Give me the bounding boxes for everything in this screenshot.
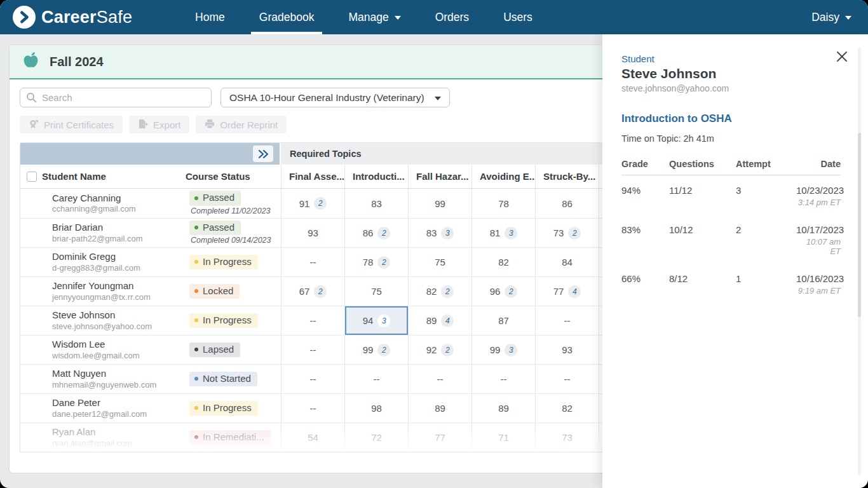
brand-logo[interactable]: CareerSafe [13, 6, 132, 29]
score-cell[interactable]: -- [281, 306, 344, 335]
score-cell[interactable]: -- [535, 306, 599, 335]
score-cell[interactable]: 78 [471, 189, 535, 218]
nav-item-users[interactable]: Users [486, 0, 550, 34]
column-header-topic-4[interactable]: Avoiding E... [471, 165, 535, 188]
attempt-count-badge: 3 [377, 315, 390, 327]
student-cell[interactable]: Wisdom Leewisdom.lee@gmail.com [42, 336, 186, 364]
student-email: briar-path22@gmail.com [52, 234, 186, 244]
score-cell[interactable]: -- [344, 365, 408, 393]
attempt-grade: 83% [621, 224, 669, 256]
attempts-body: 94%11/12310/23/20233:14 pm ET83%10/12210… [621, 175, 841, 303]
student-email: cchanning@gmail.com [52, 204, 186, 214]
status-badge: Passed [189, 220, 241, 236]
score-cell[interactable]: 82 [471, 248, 535, 276]
score-cell[interactable]: 862 [344, 219, 408, 247]
course-dropdown-value: OSHA 10-Hour General Industry (Veterinar… [229, 92, 424, 104]
student-email: d-gregg883@gmail.com [52, 263, 186, 273]
score-cell[interactable]: 75 [408, 248, 471, 276]
column-header-topic-2[interactable]: Introducti... [344, 165, 408, 188]
student-cell[interactable]: Carey Channingcchanning@gmail.com [42, 189, 186, 218]
search-box [20, 88, 212, 107]
score-cell[interactable]: 992 [344, 336, 408, 364]
score-cell[interactable]: 86 [535, 189, 599, 218]
student-cell[interactable]: Steve Johnsonsteve.johnson@yahoo.com [42, 306, 186, 335]
score-cell[interactable]: -- [535, 365, 599, 393]
nav-item-manage[interactable]: Manage [331, 0, 417, 34]
expand-columns-button[interactable] [253, 146, 273, 162]
score-cell[interactable]: 672 [281, 277, 344, 306]
score-cell[interactable]: 75 [344, 277, 408, 306]
student-cell[interactable]: Jennifer Youngmanjennyyoungman@tx.rr.com [42, 277, 186, 306]
student-cell[interactable]: Briar Darianbriar-path22@gmail.com [42, 219, 186, 247]
score-cell[interactable]: -- [408, 365, 471, 393]
printer-icon [205, 119, 215, 131]
score-cell[interactable]: 99 [408, 189, 471, 218]
score-cell[interactable]: 833 [408, 219, 471, 247]
score-cell[interactable]: 922 [408, 336, 471, 364]
export-button[interactable]: Export [129, 116, 189, 133]
user-menu[interactable]: Daisy [811, 11, 851, 24]
score-cell[interactable]: 732 [535, 219, 599, 247]
score-value: 81 [490, 227, 501, 238]
score-value: 89 [426, 315, 437, 326]
score-cell[interactable]: -- [281, 365, 344, 393]
score-cell[interactable]: 83 [344, 189, 408, 218]
score-cell[interactable]: -- [471, 365, 535, 393]
student-cell[interactable]: Matt Nguyenmhnemail@nguyenweb.com [42, 365, 186, 393]
score-cell[interactable]: 77 [408, 423, 471, 452]
score-cell[interactable]: 912 [281, 189, 344, 218]
score-cell[interactable]: 72 [344, 423, 408, 452]
column-header-topic-3[interactable]: Fall Hazar... [408, 165, 471, 188]
score-cell[interactable]: 894 [408, 306, 471, 335]
score-cell[interactable]: -- [281, 394, 344, 423]
course-dropdown[interactable]: OSHA 10-Hour General Industry (Veterinar… [220, 88, 450, 107]
status-dot-icon [194, 226, 198, 229]
score-cell[interactable]: 89 [408, 394, 471, 423]
attempt-grade: 94% [621, 185, 669, 207]
score-cell[interactable]: 98 [344, 394, 408, 423]
student-cell[interactable]: Dominik Greggd-gregg883@gmail.com [42, 248, 186, 276]
nav-item-home[interactable]: Home [178, 0, 242, 34]
score-cell[interactable]: 822 [408, 277, 471, 306]
score-cell[interactable]: 87 [471, 306, 535, 335]
student-cell[interactable]: Ryan Alanryan.alan@gmail.com [42, 423, 186, 452]
nav-item-orders[interactable]: Orders [418, 0, 486, 34]
score-cell[interactable]: 84 [535, 248, 599, 276]
score-cell[interactable]: -- [281, 336, 344, 364]
score-cell[interactable]: 54 [281, 423, 344, 452]
student-email: dane.peter12@gmail.com [52, 409, 186, 419]
student-cell[interactable]: Dane Peterdane.peter12@gmail.com [42, 394, 186, 423]
status-label: Passed [203, 222, 234, 233]
score-value: 89 [435, 403, 445, 414]
search-input[interactable] [20, 88, 212, 107]
column-header-topic-1[interactable]: Final Asse... [281, 165, 344, 188]
score-cell[interactable]: 82 [535, 394, 599, 423]
print-certificates-button[interactable]: Print Certificates [20, 116, 123, 133]
score-cell[interactable]: 93 [535, 336, 599, 364]
nav-item-gradebook[interactable]: Gradebook [242, 0, 332, 34]
close-panel-button[interactable] [835, 50, 849, 65]
score-cell[interactable]: 943 [344, 306, 408, 335]
select-all-checkbox[interactable] [27, 172, 37, 182]
top-nav: CareerSafe HomeGradebookManageOrdersUser… [0, 0, 868, 34]
score-cell[interactable]: 813 [471, 219, 535, 247]
score-cell[interactable]: 73 [535, 423, 599, 452]
panel-scrollbar-thumb[interactable] [858, 133, 861, 317]
score-cell[interactable]: 782 [344, 248, 408, 276]
score-cell[interactable]: 71 [471, 423, 535, 452]
order-reprint-button[interactable]: Order Reprint [196, 116, 287, 133]
student-email: mhnemail@nguyenweb.com [52, 380, 186, 390]
panel-time-on-topic: Time on Topic: 2h 41m [621, 133, 846, 144]
column-header-topic-5[interactable]: Struck-By... [535, 165, 599, 188]
score-cell[interactable]: 93 [281, 219, 344, 247]
score-cell[interactable]: 993 [471, 336, 535, 364]
score-cell[interactable]: 89 [471, 394, 535, 423]
score-cell[interactable]: 962 [471, 277, 535, 306]
score-value: 91 [299, 198, 310, 209]
panel-topic-title[interactable]: Introduction to OSHA [621, 112, 846, 125]
status-dot-icon [194, 318, 198, 322]
column-header-student-name: Student Name [42, 165, 186, 188]
course-status-cell: In Progress [186, 394, 281, 423]
score-cell[interactable]: -- [281, 248, 344, 276]
score-cell[interactable]: 774 [535, 277, 599, 306]
